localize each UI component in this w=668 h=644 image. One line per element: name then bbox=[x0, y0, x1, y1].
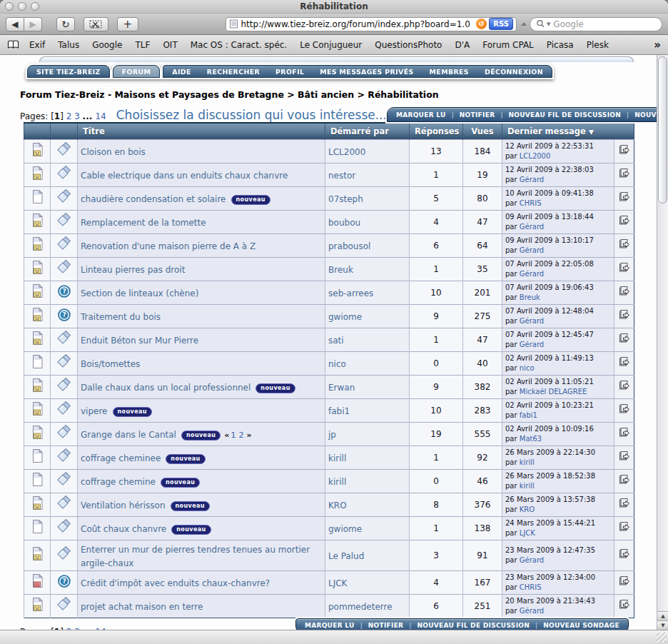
last-poster-link[interactable]: Gérard bbox=[520, 607, 544, 615]
zoom-window-button[interactable] bbox=[31, 2, 39, 11]
starter-link[interactable]: LCL2000 bbox=[328, 147, 365, 157]
jump-to-last-post-icon[interactable] bbox=[614, 328, 634, 351]
nav-tab-mes-messages-priv-s[interactable]: MES MESSAGES PRIVÉS bbox=[320, 68, 413, 76]
starter-link[interactable]: fabi1 bbox=[328, 406, 350, 416]
header-last-post[interactable]: Dernier message ▼ bbox=[502, 123, 634, 139]
topic-title-link[interactable]: chaudière condensation et solaire bbox=[81, 194, 226, 204]
bookmark-item[interactable]: Forum CPAL bbox=[482, 40, 534, 50]
starter-link[interactable]: Erwan bbox=[328, 383, 355, 393]
starter-link[interactable]: Breuk bbox=[328, 265, 353, 275]
last-poster-link[interactable]: LCL2000 bbox=[520, 152, 551, 160]
topic-page-link[interactable]: 1 bbox=[231, 431, 236, 440]
page-link[interactable]: 14 bbox=[95, 111, 106, 121]
bookmark-item[interactable]: OIT bbox=[163, 40, 177, 50]
starter-link[interactable]: prabousol bbox=[328, 241, 370, 251]
bookmark-item[interactable]: Plesk bbox=[587, 40, 609, 50]
last-poster-link[interactable]: KRO bbox=[520, 505, 535, 513]
last-poster-link[interactable]: LJCK bbox=[520, 529, 535, 537]
header-replies[interactable]: Réponses bbox=[410, 123, 463, 139]
bookmark-item[interactable]: D'A bbox=[455, 40, 470, 50]
address-bar[interactable]: ↺ RSS bbox=[226, 17, 517, 31]
starter-link[interactable]: jp bbox=[328, 430, 336, 440]
topic-title-link[interactable]: Cloison en bois bbox=[81, 147, 146, 157]
bookmark-item[interactable]: Picasa bbox=[547, 40, 574, 50]
starter-link[interactable]: boubou bbox=[328, 218, 360, 228]
starter-link[interactable]: nico bbox=[328, 359, 346, 369]
jump-to-last-post-icon[interactable] bbox=[614, 446, 634, 469]
topic-title-link[interactable]: Renovation d'une maison pierre de A à Z bbox=[81, 241, 255, 251]
action-button-notifier[interactable]: NOTIFIER bbox=[460, 111, 495, 119]
bookmarks-overflow-chevron[interactable]: » bbox=[654, 39, 661, 51]
search-engine-dropdown-icon[interactable]: ▼ bbox=[547, 21, 550, 27]
jump-to-last-post-icon[interactable] bbox=[614, 516, 634, 540]
jump-to-last-post-icon[interactable] bbox=[614, 540, 634, 570]
scrollbar-thumb[interactable] bbox=[658, 56, 667, 203]
vertical-scrollbar[interactable]: ▲ ▼ bbox=[657, 55, 668, 630]
topic-title-link[interactable]: coffrage chemine bbox=[81, 477, 156, 487]
starter-link[interactable]: seb-arrees bbox=[328, 288, 373, 298]
topic-title-link[interactable]: Enduit Béton sur Mur Pierre bbox=[81, 336, 198, 346]
action-button-notifier[interactable]: NOTIFIER bbox=[368, 622, 404, 629]
jump-to-last-post-icon[interactable] bbox=[614, 570, 634, 594]
nav-tab-forum[interactable]: FORUM bbox=[113, 65, 161, 78]
last-poster-link[interactable]: nico bbox=[520, 364, 535, 372]
starter-link[interactable]: pommedeterre bbox=[328, 602, 393, 612]
last-poster-link[interactable]: kirill bbox=[520, 458, 535, 466]
last-poster-link[interactable]: Gérard bbox=[520, 556, 544, 564]
last-poster-link[interactable]: Gérard bbox=[520, 270, 544, 278]
topic-title-link[interactable]: Linteau pierres pas droit bbox=[81, 265, 185, 275]
jump-to-last-post-icon[interactable] bbox=[614, 139, 634, 163]
header-title[interactable]: Titre bbox=[78, 123, 325, 139]
topic-title-link[interactable]: Dalle chaux dans un local professionnel bbox=[81, 383, 250, 393]
jump-to-last-post-icon[interactable] bbox=[614, 422, 634, 446]
last-poster-link[interactable]: Gérard bbox=[520, 176, 544, 183]
bookmark-item[interactable]: Talus bbox=[58, 40, 79, 50]
topic-title-link[interactable]: Enterrer un mur de pierres tendres tenue… bbox=[81, 545, 310, 568]
starter-link[interactable]: kirill bbox=[328, 477, 346, 487]
topic-title-link[interactable]: Grange dans le Cantal bbox=[81, 430, 176, 440]
action-button-marquer-lu[interactable]: MARQUER LU bbox=[396, 111, 446, 119]
last-poster-link[interactable]: Gérard bbox=[520, 223, 544, 231]
starter-link[interactable]: gwiome bbox=[328, 524, 362, 534]
rss-button[interactable]: RSS bbox=[489, 18, 513, 30]
jump-to-last-post-icon[interactable] bbox=[614, 281, 634, 304]
jump-to-last-post-icon[interactable] bbox=[614, 493, 634, 516]
topic-title-link[interactable]: vipere bbox=[81, 406, 108, 416]
add-bookmark-button[interactable]: + bbox=[117, 17, 138, 31]
breadcrumb[interactable]: Forum Tiez-Breiz - Maisons et Paysages d… bbox=[20, 89, 634, 100]
reload-button[interactable]: ↻ bbox=[56, 17, 75, 31]
bookmarks-book-icon[interactable] bbox=[7, 40, 19, 49]
topic-title-link[interactable]: Traitement du bois bbox=[81, 312, 161, 322]
topic-title-link[interactable]: Bois/tomettes bbox=[81, 359, 140, 369]
scroll-up-button[interactable]: ▲ bbox=[657, 611, 668, 620]
starter-link[interactable]: 07steph bbox=[328, 194, 363, 204]
jump-to-last-post-icon[interactable] bbox=[614, 233, 634, 257]
scroll-down-button[interactable]: ▼ bbox=[657, 620, 668, 630]
last-poster-link[interactable]: CHRIS bbox=[520, 199, 542, 207]
bookmark-item[interactable]: Le Conjugueur bbox=[300, 40, 362, 50]
jump-to-last-post-icon[interactable] bbox=[614, 163, 634, 186]
snapback-icon[interactable]: ↺ bbox=[476, 19, 487, 29]
last-poster-link[interactable]: Gérard bbox=[520, 246, 544, 254]
action-button-nouveau-sondage[interactable]: NOUVEAU SONDAGE bbox=[543, 622, 619, 629]
jump-to-last-post-icon[interactable] bbox=[614, 186, 634, 210]
jump-to-last-post-icon[interactable] bbox=[614, 594, 634, 618]
nav-tab-aide[interactable]: AIDE bbox=[172, 68, 191, 76]
jump-to-last-post-icon[interactable] bbox=[614, 304, 634, 328]
field-splitter-handle[interactable] bbox=[521, 22, 527, 26]
starter-link[interactable]: KRO bbox=[328, 500, 347, 510]
topic-title-link[interactable]: coffrage cheminee bbox=[81, 453, 161, 463]
starter-link[interactable]: gwiome bbox=[328, 312, 362, 322]
action-button-nouveau-fil-de-discussion[interactable]: NOUVEAU FIL DE DISCUSSION bbox=[417, 622, 530, 629]
nav-tab-site-tiez-breiz[interactable]: SITE TIEZ-BREIZ bbox=[27, 65, 110, 78]
action-button-marquer-lu[interactable]: MARQUER LU bbox=[305, 622, 355, 629]
starter-link[interactable]: LJCK bbox=[328, 578, 347, 588]
topic-title-link[interactable]: Section de linteaux (chène) bbox=[81, 288, 198, 298]
last-poster-link[interactable]: Mat63 bbox=[520, 435, 542, 443]
jump-to-last-post-icon[interactable] bbox=[614, 469, 634, 493]
topic-title-link[interactable]: Cable electrique dans un enduits chaux c… bbox=[81, 171, 288, 181]
web-clip-button[interactable] bbox=[84, 17, 109, 31]
jump-to-last-post-icon[interactable] bbox=[614, 257, 634, 281]
last-poster-link[interactable]: Breuk bbox=[520, 293, 540, 301]
bookmark-item[interactable]: TLF bbox=[135, 40, 150, 50]
